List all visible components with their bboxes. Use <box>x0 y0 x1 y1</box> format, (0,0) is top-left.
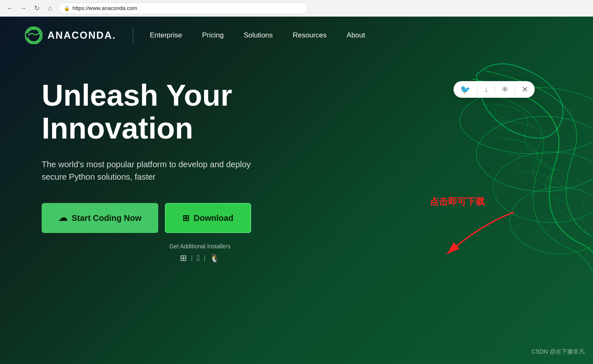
nav-links: Enterprise Pricing Solutions Resources A… <box>150 31 365 40</box>
logo-area[interactable]: ANACONDA. <box>25 27 116 44</box>
annotation-container: 点击即可下载 <box>430 196 485 211</box>
url-text: https://www.anaconda.com <box>72 5 137 11</box>
svg-point-3 <box>510 187 593 254</box>
additional-installers: Get Additional Installers ⊞ |  | 🐧 <box>129 243 271 263</box>
start-coding-label: Start Coding Now <box>72 213 142 223</box>
toolbar-divider3 <box>515 85 515 94</box>
refresh-button[interactable]: ↻ <box>32 3 42 13</box>
csdn-watermark: CSDN @在下滕非凡 <box>531 348 585 356</box>
website-container: ANACONDA. Enterprise Pricing Solutions R… <box>0 17 593 364</box>
anaconda-logo-icon <box>25 27 42 44</box>
nav-divider <box>133 27 133 44</box>
hero-buttons: ☁ Start Coding Now ⊞ Download <box>42 203 271 233</box>
toolbar-close-button[interactable]: ✕ <box>522 85 528 94</box>
nav-pricing[interactable]: Pricing <box>202 31 224 40</box>
windows-installer-icon[interactable]: ⊞ <box>180 253 187 263</box>
toolbar-grid-button[interactable]: ⁜ <box>502 85 508 94</box>
hero-title: Unleash Your Innovation <box>42 79 271 145</box>
annotation-text: 点击即可下载 <box>430 196 485 208</box>
red-arrow <box>397 204 522 266</box>
svg-point-7 <box>32 27 35 30</box>
download-label: Download <box>194 213 234 223</box>
start-coding-button[interactable]: ☁ Start Coding Now <box>42 203 158 233</box>
nav-enterprise[interactable]: Enterprise <box>150 31 182 40</box>
forward-button[interactable]: → <box>18 3 28 13</box>
installers-label: Get Additional Installers <box>129 243 271 250</box>
nav-about[interactable]: About <box>346 31 365 40</box>
address-bar[interactable]: 🔒 https://www.anaconda.com <box>58 2 308 14</box>
svg-point-1 <box>476 116 593 191</box>
installer-icons: ⊞ |  | 🐧 <box>129 253 271 263</box>
logo-text: ANACONDA. <box>47 30 116 41</box>
cloud-icon: ☁ <box>58 213 67 223</box>
nav-resources[interactable]: Resources <box>293 31 326 40</box>
hero-content: Unleash Your Innovation The world's most… <box>42 79 271 263</box>
toolbar-divider <box>477 85 478 94</box>
windows-icon: ⊞ <box>182 213 189 223</box>
hero-title-line1: Unleash Your <box>42 79 232 112</box>
navbar: ANACONDA. Enterprise Pricing Solutions R… <box>0 17 593 54</box>
bird-icon: 🐦 <box>460 84 471 94</box>
separator2: | <box>204 255 206 261</box>
separator1: | <box>191 255 193 261</box>
browser-chrome: ← → ↻ ⌂ 🔒 https://www.anaconda.com <box>0 0 593 17</box>
lock-icon: 🔒 <box>64 5 70 11</box>
svg-point-2 <box>493 152 593 223</box>
toolbar-divider2 <box>495 85 495 94</box>
nav-solutions[interactable]: Solutions <box>244 31 273 40</box>
back-button[interactable]: ← <box>5 3 15 13</box>
floating-toolbar: 🐦 ↓ ⁜ ✕ <box>453 81 535 98</box>
hero-subtitle: The world's most popular platform to dev… <box>42 158 271 183</box>
toolbar-down-button[interactable]: ↓ <box>484 85 488 94</box>
hero-title-line2: Innovation <box>42 111 193 145</box>
home-button[interactable]: ⌂ <box>45 3 55 13</box>
linux-installer-icon[interactable]: 🐧 <box>209 253 220 263</box>
apple-installer-icon[interactable]:  <box>197 253 199 263</box>
download-button[interactable]: ⊞ Download <box>165 203 251 233</box>
